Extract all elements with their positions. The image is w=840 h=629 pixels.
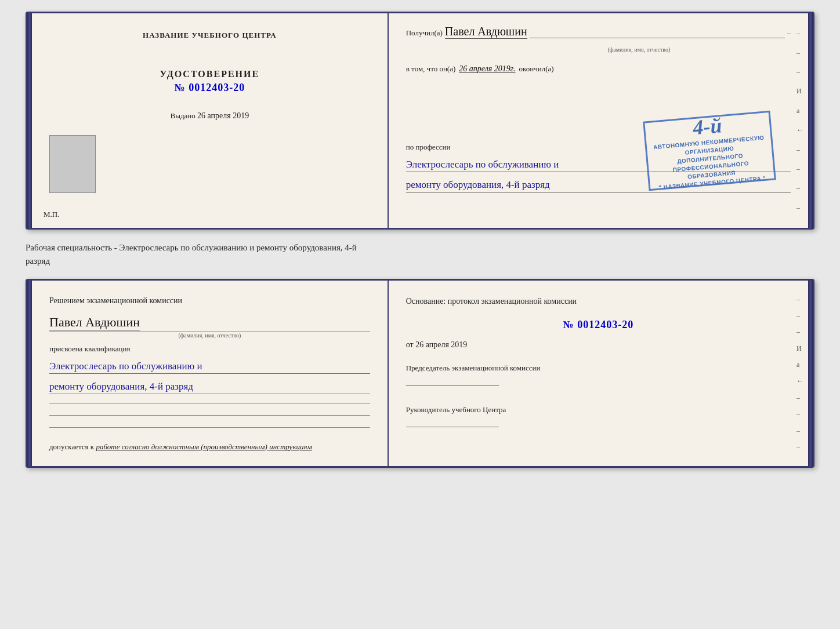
bottom-left-page: Решением экзаменационной комиссии Павел …	[32, 281, 389, 466]
chairman-title: Председатель экзаменационной комиссии	[406, 362, 791, 374]
issued-date: 26 апреля 2019	[197, 111, 249, 120]
right-page-top: Получил(а) Павел Авдюшин – (фамилия, имя…	[389, 13, 808, 228]
decision-title: Решением экзаменационной комиссии	[49, 295, 370, 307]
blank-line-2	[49, 415, 370, 416]
book-spine-left	[27, 13, 32, 228]
assigned-label: присвоена квалификация	[49, 344, 370, 354]
middle-text-line1: Рабочая специальность - Электрослесарь п…	[26, 241, 814, 254]
photo-placeholder	[49, 135, 96, 193]
bottom-name: Павел Авдюшин	[49, 315, 140, 330]
blank-line-1	[49, 403, 370, 403]
director-block: Руководитель учебного Центра	[406, 404, 791, 430]
director-title: Руководитель учебного Центра	[406, 404, 791, 416]
side-decorations-bottom: – – – И а ← – – – –	[796, 281, 803, 466]
qual-line2: ремонту оборудования, 4-й разряд	[49, 381, 370, 394]
basis-label: Основание: протокол экзаменационной коми…	[406, 295, 791, 307]
received-row: Получил(а) Павел Авдюшин –	[406, 25, 791, 39]
basis-date: 26 апреля 2019	[415, 340, 467, 349]
basis-date-row: от 26 апреля 2019	[406, 340, 791, 350]
name-subtitle-top: (фамилия, имя, отчество)	[607, 46, 670, 53]
book-spine-bottom-left	[27, 281, 32, 466]
blank-line-3	[49, 427, 370, 428]
basis-number: № 0012403-20	[406, 319, 791, 331]
issued-line: Выдано 26 апреля 2019	[171, 111, 249, 121]
bottom-certificate-book: Решением экзаменационной комиссии Павел …	[26, 279, 814, 468]
in-that-label: в том, что он(а)	[406, 64, 456, 74]
stamp-grade: 4-й	[692, 113, 723, 140]
allowed-label: допускается к	[49, 442, 94, 451]
school-name-title: НАЗВАНИЕ УЧЕБНОГО ЦЕНТРА	[143, 31, 277, 40]
book-spine-bottom-right	[808, 281, 813, 466]
middle-description: Рабочая специальность - Электрослесарь п…	[26, 241, 814, 267]
top-certificate-book: НАЗВАНИЕ УЧЕБНОГО ЦЕНТРА УДОСТОВЕРЕНИЕ №…	[26, 12, 814, 230]
director-sig-line	[406, 427, 499, 427]
qual-line1: Электрослесарь по обслуживанию и	[49, 361, 370, 374]
recipient-name: Павел Авдюшин	[445, 25, 527, 39]
middle-text-line2: разряд	[26, 254, 814, 268]
basis-date-label: от	[406, 340, 414, 349]
left-page-top: НАЗВАНИЕ УЧЕБНОГО ЦЕНТРА УДОСТОВЕРЕНИЕ №…	[32, 13, 389, 228]
allow-text: допускается к работе согласно должностны…	[49, 442, 370, 452]
received-label: Получил(а)	[406, 28, 443, 38]
organization-stamp: 4-й АВТОНОМНУЮ НЕКОММЕРЧЕСКУЮ ОРГАНИЗАЦИ…	[643, 111, 776, 191]
mp-label: М.П.	[44, 210, 59, 219]
cert-type-label: УДОСТОВЕРЕНИЕ	[160, 69, 260, 79]
finished-date: 26 апреля 2019г.	[459, 64, 515, 74]
bottom-right-page: Основание: протокол экзаменационной коми…	[389, 281, 808, 466]
chairman-sig-line	[406, 386, 499, 386]
chairman-block: Председатель экзаменационной комиссии	[406, 362, 791, 388]
allowed-value: работе согласно должностным (производств…	[96, 442, 312, 451]
side-decorations-top: – – – И а ← – – – –	[796, 13, 803, 228]
bottom-name-subtitle: (фамилия, имя, отчество)	[49, 332, 370, 339]
cert-number: № 0012403-20	[175, 82, 245, 94]
finished-label: окончил(а)	[519, 64, 554, 74]
book-spine-right	[808, 13, 813, 228]
issued-label: Выдано	[171, 111, 195, 120]
